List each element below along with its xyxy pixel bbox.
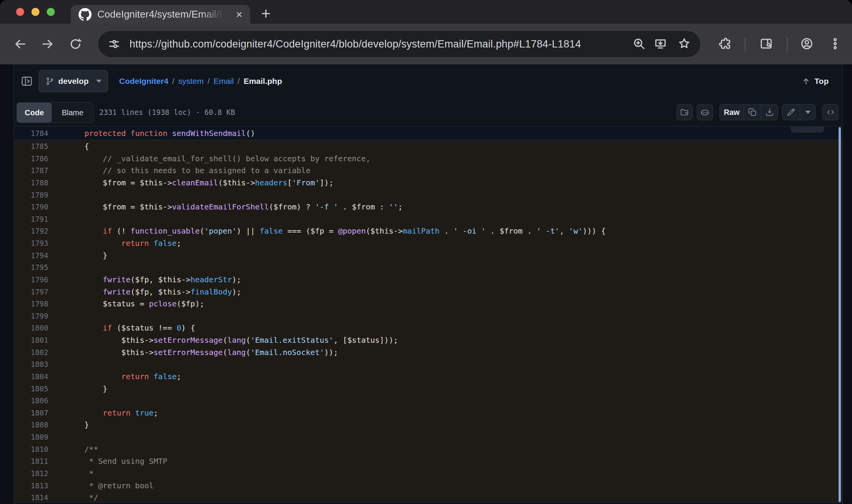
floating-control-cell[interactable] (808, 127, 824, 133)
code-text: return true; (54, 407, 158, 419)
code-text: fwrite($fp, $this->headerStr); (54, 274, 241, 286)
line-number[interactable]: 1807 (14, 407, 54, 419)
extensions-icon[interactable] (719, 37, 732, 51)
line-number[interactable]: 1791 (14, 213, 54, 226)
code-text: return false; (54, 237, 181, 250)
side-panel-search-icon[interactable] (759, 37, 773, 51)
code-token: ) { (181, 323, 195, 332)
breadcrumb-email-link[interactable]: Email (214, 77, 234, 86)
browser-tab[interactable]: CodeIgniter4/system/Email/Em × (71, 5, 250, 24)
close-window-button[interactable] (16, 8, 24, 16)
breadcrumb-system-link[interactable]: system (178, 77, 204, 86)
url-text[interactable]: https://github.com/codeigniter4/CodeIgni… (129, 38, 581, 50)
line-number[interactable]: 1806 (14, 395, 54, 407)
line-number[interactable]: 1799 (14, 310, 54, 322)
minimize-window-button[interactable] (31, 8, 39, 16)
bookmark-star-icon[interactable] (677, 37, 691, 51)
code-token: false (154, 372, 177, 381)
code-line: 1796 fwrite($fp, $this->headerStr); (14, 274, 842, 286)
back-to-top-link[interactable]: Top (801, 64, 829, 98)
line-number[interactable]: 1795 (14, 262, 54, 274)
code-token: * @return bool (66, 481, 154, 490)
download-button[interactable] (761, 105, 778, 120)
code-line: 1787 // so this needs to be assigned to … (14, 165, 842, 177)
tab-blame[interactable]: Blame (52, 103, 93, 123)
code-token (66, 372, 121, 381)
code-token: '-f ' (315, 202, 338, 211)
code-line: 1793 return false; (14, 237, 842, 250)
line-number[interactable]: 1790 (14, 201, 54, 213)
tab-code[interactable]: Code (17, 103, 52, 123)
top-label: Top (814, 77, 829, 86)
line-number[interactable]: 1792 (14, 225, 54, 237)
code-token: * Send using SMTP (66, 457, 167, 466)
code-text: */ (54, 492, 98, 502)
line-number[interactable]: 1797 (14, 286, 54, 298)
code-token: */ (66, 493, 98, 502)
line-number[interactable]: 1800 (14, 322, 54, 334)
copilot-button[interactable] (697, 104, 713, 120)
site-settings-icon[interactable] (107, 37, 121, 51)
edit-dropdown-button[interactable] (800, 105, 815, 120)
code-token: true (135, 408, 154, 417)
tab-close-icon[interactable]: × (234, 9, 244, 20)
line-number[interactable]: 1801 (14, 334, 54, 347)
code-scrollbar-thumb[interactable] (839, 127, 841, 502)
new-tab-button[interactable]: + (256, 4, 276, 24)
line-number[interactable]: 1814 (14, 492, 54, 502)
code-token: ($fp, $this-> (131, 275, 191, 284)
open-workspace-button[interactable] (677, 104, 693, 120)
reload-icon[interactable] (68, 37, 83, 51)
code-panel: 1784 protected function sendWithSendmail… (14, 127, 842, 502)
line-number[interactable]: 1812 (14, 468, 54, 480)
profile-icon[interactable] (800, 37, 814, 51)
line-number[interactable]: 1803 (14, 358, 54, 371)
code-token: $from = $this-> (66, 178, 172, 187)
line-number[interactable]: 1810 (14, 443, 54, 456)
line-number[interactable]: 1809 (14, 431, 54, 443)
file-tree-toggle-icon[interactable] (20, 75, 33, 88)
floating-control-cell[interactable] (791, 127, 808, 133)
code-text: protected function sendWithSendmail() (54, 129, 255, 138)
code-token: return (121, 239, 149, 248)
line-number[interactable]: 1785 (14, 141, 54, 153)
back-icon[interactable] (13, 37, 27, 51)
code-token: * (66, 469, 93, 478)
install-icon[interactable] (654, 37, 667, 51)
line-number[interactable]: 1798 (14, 298, 54, 310)
breadcrumb-separator: / (238, 77, 240, 86)
copy-raw-button[interactable] (744, 105, 761, 120)
line-number[interactable]: 1802 (14, 347, 54, 359)
code-token: , [$status])); (333, 335, 398, 345)
line-number[interactable]: 1808 (14, 419, 54, 431)
zoom-icon[interactable] (632, 37, 646, 51)
branch-selector[interactable]: develop (39, 70, 108, 92)
code-token: . (439, 226, 453, 236)
forward-icon[interactable] (41, 37, 55, 51)
code-line: 1792 if (! function_usable('popen') || f… (14, 225, 842, 237)
line-number[interactable]: 1793 (14, 237, 54, 250)
edit-button[interactable] (782, 105, 800, 120)
tab-strip: CodeIgniter4/system/Email/Em × + (0, 0, 852, 24)
line-number[interactable]: 1811 (14, 455, 54, 468)
line-number[interactable]: 1796 (14, 274, 54, 286)
raw-button[interactable]: Raw (720, 105, 744, 120)
line-number[interactable]: 1784 (14, 129, 54, 137)
code-token: // _validate_email_for_shell() below acc… (66, 154, 370, 163)
line-number[interactable]: 1789 (14, 189, 54, 201)
code-token: ( (200, 226, 204, 236)
menu-dots-icon[interactable] (828, 37, 842, 51)
line-number[interactable]: 1805 (14, 383, 54, 395)
line-number[interactable]: 1794 (14, 250, 54, 262)
code-text (54, 310, 66, 322)
code-text: * (54, 468, 93, 480)
line-number[interactable]: 1787 (14, 165, 54, 177)
breadcrumb-repo-link[interactable]: CodeIgniter4 (119, 77, 168, 86)
line-number[interactable]: 1813 (14, 480, 54, 492)
symbols-button[interactable] (823, 104, 839, 120)
line-number[interactable]: 1788 (14, 177, 54, 189)
maximize-window-button[interactable] (47, 8, 55, 16)
line-number[interactable]: 1804 (14, 371, 54, 383)
line-number[interactable]: 1786 (14, 153, 54, 165)
address-bar[interactable]: https://github.com/codeigniter4/CodeIgni… (98, 31, 700, 57)
